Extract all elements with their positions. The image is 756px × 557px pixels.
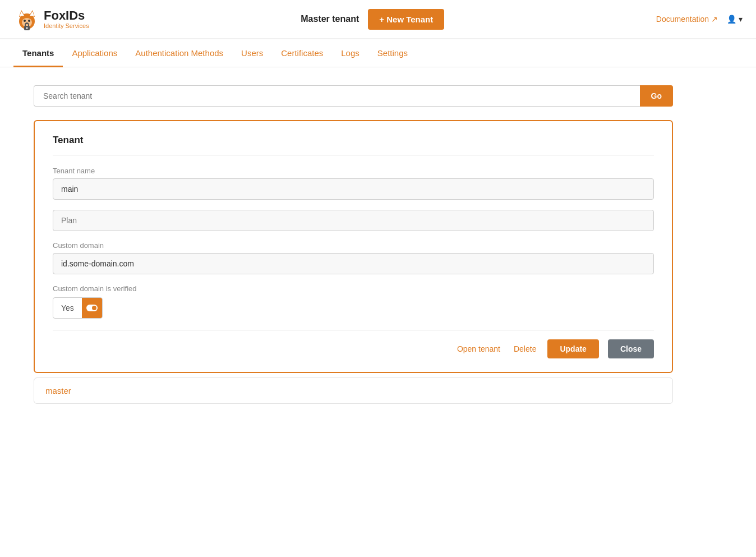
tenant-name-label: Tenant name [53, 167, 654, 175]
card-top-divider [53, 155, 654, 155]
nav-item-authentication-methods[interactable]: Authentication Methods [126, 39, 232, 67]
header-right: Documentation ↗ 👤 ▾ [656, 15, 743, 24]
svg-point-7 [28, 20, 30, 22]
logo-icon [13, 6, 40, 33]
custom-domain-verified-group: Custom domain is verified Yes [53, 284, 654, 319]
user-menu[interactable]: 👤 ▾ [727, 15, 743, 24]
chevron-down-icon: ▾ [739, 15, 743, 24]
nav-item-tenants[interactable]: Tenants [13, 39, 63, 67]
delete-button[interactable]: Delete [511, 340, 538, 358]
nav-item-settings[interactable]: Settings [368, 39, 417, 67]
plan-group [53, 210, 654, 231]
toggle-switch[interactable] [82, 298, 102, 318]
logo[interactable]: FoxIDs Identity Services [13, 6, 89, 33]
tenant-master-link[interactable]: master [45, 386, 71, 395]
search-row: Go [34, 85, 673, 107]
close-button[interactable]: Close [608, 339, 654, 358]
search-button[interactable]: Go [640, 85, 673, 107]
documentation-label: Documentation [656, 15, 709, 24]
domain-verified-toggle[interactable]: Yes [53, 297, 103, 319]
main-nav: Tenants Applications Authentication Meth… [0, 39, 756, 67]
master-tenant-label: Master tenant [301, 14, 359, 24]
header-center: Master tenant + New Tenant [89, 9, 656, 30]
open-tenant-button[interactable]: Open tenant [455, 340, 503, 358]
update-button[interactable]: Update [547, 339, 598, 358]
custom-domain-group: Custom domain [53, 241, 654, 274]
nav-item-certificates[interactable]: Certificates [272, 39, 332, 67]
custom-domain-input[interactable] [53, 253, 654, 274]
search-input[interactable] [34, 85, 640, 107]
toggle-yes-label: Yes [53, 299, 82, 317]
tenant-card-title: Tenant [53, 135, 654, 146]
action-row: Open tenant Delete Update Close [53, 339, 654, 358]
user-icon: 👤 [727, 15, 736, 24]
toggle-switch-inner [86, 305, 98, 311]
custom-domain-verified-label: Custom domain is verified [53, 284, 654, 293]
logo-subtitle: Identity Services [44, 22, 89, 29]
tenant-list-item: master [34, 378, 673, 404]
header: FoxIDs Identity Services Master tenant +… [0, 0, 756, 39]
tenant-name-input[interactable] [53, 178, 654, 200]
new-tenant-button[interactable]: + New Tenant [368, 9, 444, 30]
documentation-link[interactable]: Documentation ↗ [656, 15, 718, 24]
main-content: Go Tenant Tenant name Custom domain Cust… [0, 67, 729, 422]
logo-title: FoxIDs [44, 9, 89, 22]
nav-item-logs[interactable]: Logs [332, 39, 368, 67]
card-bottom-divider [53, 330, 654, 330]
nav-item-users[interactable]: Users [232, 39, 272, 67]
svg-point-10 [26, 27, 28, 29]
external-link-icon: ↗ [711, 15, 718, 24]
nav-item-applications[interactable]: Applications [63, 39, 126, 67]
tenant-name-group: Tenant name [53, 167, 654, 200]
svg-point-6 [24, 20, 26, 22]
tenant-card: Tenant Tenant name Custom domain Custom … [34, 120, 673, 373]
plan-input[interactable] [53, 210, 654, 231]
custom-domain-label: Custom domain [53, 241, 654, 250]
